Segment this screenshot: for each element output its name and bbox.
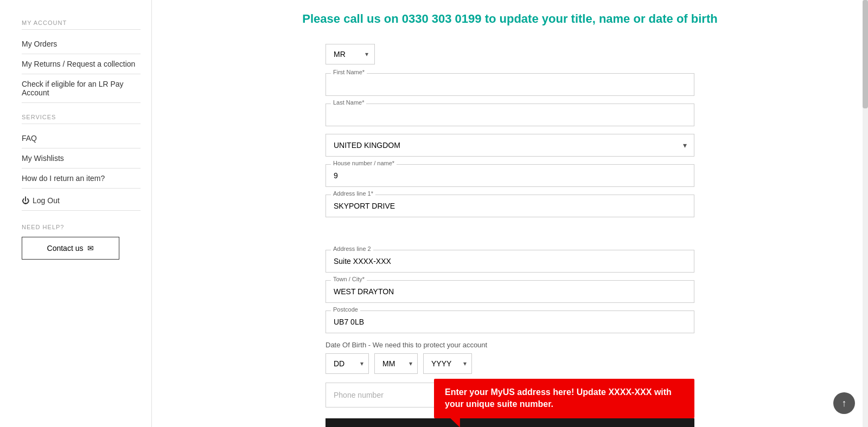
contact-us-button[interactable]: Contact us ✉	[22, 237, 119, 260]
postcode-field: Postcode	[326, 310, 694, 333]
sidebar-item-check-eligible[interactable]: Check if eligible for an LR Pay Account	[22, 74, 141, 103]
last-name-input[interactable]	[326, 103, 694, 126]
power-icon: ⏻	[22, 196, 29, 205]
address-line2-input[interactable]	[326, 250, 694, 273]
sidebar-item-wishlists[interactable]: My Wishlists	[22, 148, 141, 169]
dob-section: Date Of Birth - We need this to protect …	[326, 341, 694, 374]
dob-dd-wrapper: DD ▾	[326, 353, 369, 374]
confirm-button[interactable]: Confirm	[326, 418, 694, 427]
country-select-wrapper: UNITED KINGDOM UNITED STATES CANADA AUST…	[326, 134, 694, 157]
first-name-input[interactable]	[326, 73, 694, 96]
town-city-input[interactable]	[326, 280, 694, 303]
my-account-section-title: MY ACCOUNT	[22, 20, 141, 30]
sidebar-item-my-returns[interactable]: My Returns / Request a collection	[22, 54, 141, 74]
house-number-label: House number / name*	[331, 160, 397, 166]
dob-dd-select[interactable]: DD	[326, 353, 369, 374]
address-line1-label: Address line 1*	[331, 190, 375, 197]
last-name-field: Last Name*	[326, 103, 694, 126]
house-number-input[interactable]	[326, 164, 694, 187]
arrow-up-icon: ↑	[842, 398, 847, 409]
last-name-label: Last Name*	[331, 99, 366, 106]
address-tooltip-banner: Enter your MyUS address here! Update XXX…	[434, 379, 694, 418]
need-help-label: NEED HELP?	[22, 224, 141, 230]
address-line1-field: Address line 1*	[326, 195, 694, 217]
dob-yyyy-select[interactable]: YYYY	[423, 353, 472, 374]
logout-button[interactable]: ⏻ Log Out	[22, 191, 141, 211]
dob-selects: DD ▾ MM ▾ YYYY ▾	[326, 353, 694, 374]
postcode-label: Postcode	[331, 306, 360, 313]
sidebar: MY ACCOUNT My Orders My Returns / Reques…	[0, 0, 152, 427]
dob-mm-wrapper: MM ▾	[374, 353, 418, 374]
country-select[interactable]: UNITED KINGDOM UNITED STATES CANADA AUST…	[326, 134, 694, 157]
sidebar-item-my-orders[interactable]: My Orders	[22, 34, 141, 54]
main-content: Please call us on 0330 303 0199 to updat…	[152, 0, 868, 427]
postcode-input[interactable]	[326, 310, 694, 333]
dob-label: Date Of Birth - We need this to protect …	[326, 341, 694, 349]
address-line2-field: Address line 2	[326, 250, 694, 273]
services-section-title: SERVICES	[22, 114, 141, 124]
envelope-icon: ✉	[87, 244, 94, 253]
scrollbar-track[interactable]	[863, 0, 868, 427]
page-title: Please call us on 0330 303 0199 to updat…	[184, 11, 835, 28]
first-name-field: First Name*	[326, 73, 694, 96]
dob-mm-select[interactable]: MM	[374, 353, 418, 374]
house-number-field: House number / name*	[326, 164, 694, 187]
town-city-label: Town / City*	[331, 276, 367, 282]
dob-yyyy-wrapper: YYYY ▾	[423, 353, 472, 374]
sidebar-item-faq[interactable]: FAQ	[22, 128, 141, 148]
edit-profile-form: MR MRS MS MISS DR ▾ First Name* Last Nam…	[326, 44, 694, 427]
address-line1-container: Address line 1* Enter your MyUS address …	[326, 195, 694, 217]
address-line2-label: Address line 2	[331, 245, 373, 252]
address-line1-input[interactable]	[326, 195, 694, 217]
sidebar-item-return[interactable]: How do I return an item?	[22, 169, 141, 189]
title-select[interactable]: MR MRS MS MISS DR	[326, 44, 375, 64]
first-name-label: First Name*	[331, 69, 367, 75]
town-city-field: Town / City*	[326, 280, 694, 303]
scroll-to-top-button[interactable]: ↑	[833, 392, 855, 414]
title-select-wrapper: MR MRS MS MISS DR ▾	[326, 44, 375, 64]
scrollbar-thumb[interactable]	[863, 0, 868, 108]
